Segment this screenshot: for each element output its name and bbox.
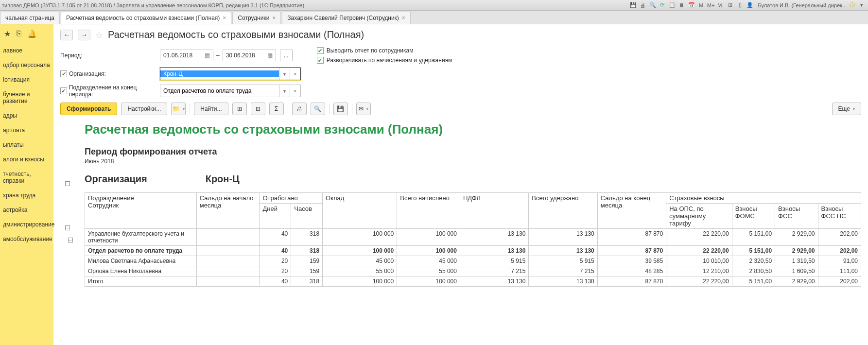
report-table: ПодразделениеСотрудник Сальдо на начало … (85, 192, 861, 287)
expand-button[interactable]: ⊞ (232, 103, 247, 115)
m-icon[interactable]: M (697, 1, 706, 10)
dept-label: Подразделение на конец периода: (69, 84, 160, 98)
page-title: Расчетная ведомость со страховыми взноса… (108, 29, 364, 40)
close-icon[interactable]: × (272, 15, 276, 21)
clear-icon[interactable]: × (290, 68, 300, 80)
period-title: Период формирования отчета (85, 147, 861, 157)
org-label: Организация: (69, 70, 106, 77)
sidebar-item[interactable]: астройка (0, 203, 53, 217)
sidebar-item[interactable]: лавное (0, 43, 53, 58)
show-by-employee-checkbox[interactable]: ✔Выводить отчет по сотрудникам (317, 47, 452, 54)
toolbar: Сформировать Настройки... 📁▾ Найти... ⊞ … (60, 103, 861, 115)
report-title: Расчетная ведомость со страховыми взноса… (85, 122, 861, 137)
sum-button[interactable]: Σ (269, 103, 284, 115)
calc-icon[interactable]: 🖩 (677, 1, 686, 10)
period-select-button[interactable]: ... (280, 50, 293, 61)
sidebar-item[interactable]: дминистрирование (0, 217, 53, 232)
tab-report[interactable]: Расчетная ведомость со страховыми взноса… (61, 12, 231, 24)
save-button[interactable]: 💾 (333, 103, 348, 115)
titlebar: типовая ДЕМО (ЗУП3.1.7.105 от 21.08.2018… (0, 0, 868, 11)
dropdown-icon[interactable]: ▾ (279, 68, 290, 80)
sidebar-item[interactable]: храна труда (0, 188, 53, 203)
tree-collapse-icon[interactable]: − (68, 238, 73, 242)
save-icon[interactable]: 💾 (629, 1, 638, 10)
table-row[interactable]: Отдел расчетов по оплате труда40318100 0… (85, 246, 861, 256)
calendar-icon[interactable]: 📅 (687, 1, 696, 10)
copy-icon[interactable]: 📋 (668, 1, 677, 10)
back-button[interactable]: ← (60, 30, 73, 40)
form-button[interactable]: Сформировать (60, 103, 117, 115)
org-combo[interactable]: ▾ × (160, 68, 301, 80)
sidebar-item[interactable]: бучение и развитие (0, 87, 53, 108)
tab-start[interactable]: чальная страница (0, 12, 60, 24)
dept-input[interactable] (160, 87, 279, 94)
collapse-button[interactable]: ⊟ (251, 103, 265, 115)
sidebar-item[interactable]: тчетность, справки (0, 167, 53, 188)
table-row[interactable]: Орлова Елена Николаевна2015955 00055 000… (85, 266, 861, 276)
settings-button[interactable]: Настройки... (121, 103, 167, 115)
star-icon[interactable]: ★ (4, 29, 11, 38)
sidebar-item[interactable]: адры (0, 108, 53, 123)
clipboard-icon[interactable]: ⎘ (17, 29, 21, 38)
dept-combo[interactable]: ▾ × (160, 85, 301, 97)
tab-employee[interactable]: Захаркин Савелий Петрович (Сотрудник)× (282, 12, 411, 24)
more-button[interactable]: Еще ▾ (832, 103, 861, 115)
close-icon[interactable]: × (223, 15, 226, 21)
table-row[interactable]: Управление бухгалтерского учета и отчетн… (85, 229, 861, 246)
org-input[interactable] (160, 70, 279, 77)
mail-button[interactable]: ✉▾ (356, 103, 371, 115)
dept-checkbox[interactable]: ✔ (60, 87, 67, 94)
tree-outline: − − − (65, 180, 73, 243)
sidebar-item[interactable]: одбор персонала (0, 58, 53, 72)
table-row[interactable]: Милова Светлана Афанасьевна2015945 00045… (85, 256, 861, 266)
sidebar-item[interactable]: ыплаты (0, 138, 53, 152)
m-minus-icon[interactable]: M- (716, 1, 725, 10)
app-title: типовая ДЕМО (ЗУП3.1.7.105 от 21.08.2018… (2, 2, 629, 8)
sidebar-item[interactable]: алоги и взносы (0, 152, 53, 167)
tab-employees[interactable]: Сотрудники× (232, 12, 281, 24)
book-icon[interactable]: ▯ (736, 1, 745, 10)
dropdown-icon[interactable]: ▾ (279, 85, 290, 97)
info-icon[interactable]: ⓘ (848, 1, 856, 10)
print-icon[interactable]: 🖨 (639, 1, 647, 10)
window-icon[interactable]: ⊞ (726, 1, 735, 10)
user-label[interactable]: Булатов И.В. (Генеральный дирек... (758, 2, 847, 8)
preview-icon[interactable]: 🔍 (648, 1, 657, 10)
folder-button[interactable]: 📁▾ (171, 103, 186, 115)
report: − − − Расчетная ведомость со страховыми … (60, 122, 861, 287)
report-org-label: Организация (85, 173, 147, 185)
date-to-input[interactable]: 30.06.2018▦ (223, 50, 276, 61)
clear-icon[interactable]: × (290, 85, 300, 97)
tree-collapse-icon[interactable]: − (65, 225, 70, 230)
m-plus-icon[interactable]: M+ (707, 1, 715, 10)
sidebar-item[interactable]: амообслуживание (0, 232, 53, 246)
table-row[interactable]: Итого40318100 000100 00013 13013 13087 8… (85, 276, 861, 287)
find-button[interactable]: Найти... (194, 103, 228, 115)
bell-icon[interactable]: 🔔 (27, 29, 37, 38)
expand-checkbox[interactable]: ✔Разворачивать по начислениям и удержани… (317, 57, 452, 64)
favorite-icon[interactable]: ☆ (95, 30, 103, 40)
tree-collapse-icon[interactable]: − (65, 181, 70, 186)
forward-button[interactable]: → (78, 30, 90, 40)
dropdown-icon[interactable]: ▾ (857, 1, 866, 10)
close-icon[interactable]: × (402, 15, 405, 21)
sidebar-item[interactable]: Іотивация (0, 72, 53, 87)
date-from-input[interactable]: 01.06.2018▦ (160, 50, 213, 61)
period-label: Период: (60, 52, 160, 59)
refresh-icon[interactable]: ⟳ (658, 1, 667, 10)
user-icon: 👤 (746, 1, 754, 10)
content: ← → ☆ Расчетная ведомость со страховыми … (53, 24, 868, 345)
preview-button[interactable]: 🔍 (311, 103, 325, 115)
sidebar-item[interactable]: арплата (0, 123, 53, 138)
sidebar: ★ ⎘ 🔔 лавное одбор персонала Іотивация б… (0, 24, 53, 345)
org-checkbox[interactable]: ✔ (60, 70, 67, 77)
print-button[interactable]: 🖨 (292, 103, 307, 115)
tabbar: чальная страница Расчетная ведомость со … (0, 11, 868, 24)
calendar-icon[interactable]: ▦ (267, 52, 273, 59)
titlebar-icons: 💾 🖨 🔍 ⟳ 📋 🖩 📅 M M+ M- ⊞ ▯ 👤 Булатов И.В.… (629, 1, 866, 10)
calendar-icon[interactable]: ▦ (205, 52, 210, 59)
period-value: Июнь 2018 (85, 158, 861, 165)
report-org-value: Крон-Ц (206, 173, 240, 185)
